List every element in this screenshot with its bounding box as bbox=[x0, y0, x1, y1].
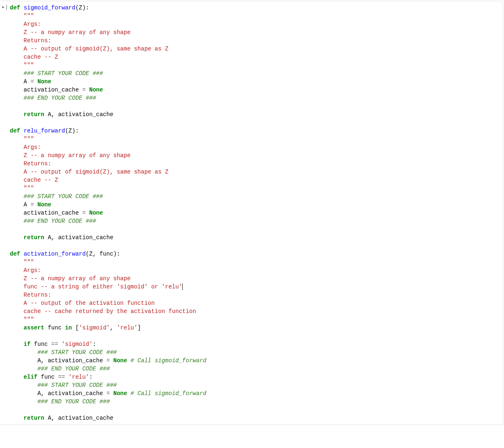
sp bbox=[34, 201, 37, 208]
keyword: def bbox=[10, 5, 20, 11]
code bbox=[58, 341, 62, 347]
comment: ### START YOUR CODE ### bbox=[10, 382, 117, 389]
docstring: Args: bbox=[10, 144, 41, 151]
code: A, activation_cache bbox=[44, 234, 113, 241]
op: = bbox=[106, 390, 110, 397]
keyword: elif bbox=[24, 374, 38, 380]
paren: (Z): bbox=[76, 5, 89, 11]
code: A, activation_cache bbox=[44, 415, 113, 421]
code: A bbox=[10, 78, 30, 85]
code: func bbox=[44, 325, 65, 331]
docstring: Args: bbox=[10, 21, 41, 27]
docstring: """ bbox=[10, 136, 34, 142]
keyword: assert bbox=[24, 325, 44, 331]
keyword: def bbox=[10, 251, 20, 257]
none: None bbox=[37, 78, 51, 85]
code-cell: ▸| def sigmoid_forward(Z): """ Args: Z -… bbox=[1, 1, 503, 425]
docstring: """ bbox=[10, 185, 34, 192]
code: activation_cache bbox=[10, 210, 82, 216]
docstring: Returns: bbox=[10, 37, 51, 44]
none: None bbox=[37, 201, 51, 208]
indent bbox=[10, 111, 24, 118]
code: func bbox=[37, 374, 58, 380]
docstring: Z -- a numpy array of any shape bbox=[10, 29, 131, 36]
op: == bbox=[51, 341, 58, 347]
code: , bbox=[110, 325, 117, 331]
indent bbox=[10, 374, 24, 380]
op: = bbox=[106, 357, 110, 364]
code: : bbox=[89, 374, 92, 380]
docstring: """ bbox=[10, 259, 34, 265]
indent bbox=[10, 234, 24, 241]
comment: ### START YOUR CODE ### bbox=[10, 349, 117, 356]
docstring: A -- output of the activation function bbox=[10, 300, 155, 306]
docstring: Returns: bbox=[10, 292, 51, 298]
sp bbox=[86, 87, 89, 93]
func-name: activation_forward bbox=[24, 251, 86, 257]
code: A, activation_cache bbox=[44, 111, 113, 118]
docstring: """ bbox=[10, 316, 34, 323]
keyword: return bbox=[24, 234, 44, 241]
none: None bbox=[113, 357, 127, 364]
keyword: return bbox=[24, 111, 44, 118]
comment: ### START YOUR CODE ### bbox=[10, 70, 103, 77]
docstring: Args: bbox=[10, 267, 41, 274]
run-button[interactable]: ▸| bbox=[1, 1, 9, 425]
docstring: """ bbox=[10, 13, 34, 19]
docstring: A -- output of sigmoid(Z), same shape as… bbox=[10, 169, 168, 175]
code: A, activation_cache bbox=[10, 357, 106, 364]
docstring: Z -- a numpy array of any shape bbox=[10, 152, 131, 159]
op: = bbox=[82, 87, 85, 93]
string: 'relu' bbox=[69, 374, 89, 380]
comment: ### START YOUR CODE ### bbox=[10, 193, 103, 200]
func-name: sigmoid_forward bbox=[24, 5, 76, 11]
docstring: """ bbox=[10, 62, 34, 69]
sp bbox=[86, 210, 89, 216]
docstring: cache -- cache returned by the activatio… bbox=[10, 308, 196, 315]
docstring: func -- a string of either 'sigmoid' or … bbox=[10, 283, 182, 290]
string: 'relu' bbox=[117, 325, 137, 331]
sp bbox=[34, 78, 37, 85]
comment: ### END YOUR CODE ### bbox=[10, 218, 96, 224]
op: = bbox=[30, 201, 34, 208]
docstring: cache -- Z bbox=[10, 177, 58, 183]
keyword: return bbox=[24, 415, 44, 421]
code: : bbox=[93, 341, 96, 347]
paren: (Z, func): bbox=[86, 251, 120, 257]
op: = bbox=[30, 78, 34, 85]
docstring: A -- output of sigmoid(Z), same shape as… bbox=[10, 46, 168, 52]
comment: ### END YOUR CODE ### bbox=[10, 398, 110, 405]
indent bbox=[10, 325, 24, 331]
string: 'sigmoid' bbox=[79, 325, 110, 331]
code: [ bbox=[72, 325, 79, 331]
keyword: def bbox=[10, 128, 20, 134]
sp bbox=[110, 390, 113, 397]
comment: # Call sigmoid_forward bbox=[131, 357, 206, 364]
none: None bbox=[113, 390, 127, 397]
op: == bbox=[58, 374, 65, 380]
comment: ### END YOUR CODE ### bbox=[10, 95, 96, 101]
sp bbox=[110, 357, 113, 364]
comment: ### END YOUR CODE ### bbox=[10, 366, 110, 372]
docstring: Returns: bbox=[10, 160, 51, 167]
docstring: cache -- Z bbox=[10, 54, 58, 60]
sp bbox=[127, 390, 131, 397]
indent bbox=[10, 341, 24, 347]
keyword: if bbox=[24, 341, 31, 347]
run-icon: ▸| bbox=[2, 4, 8, 425]
text-cursor bbox=[182, 283, 183, 290]
sp bbox=[127, 357, 131, 364]
paren: (Z): bbox=[65, 128, 79, 134]
func-name: relu_forward bbox=[24, 128, 65, 134]
docstring: Z -- a numpy array of any shape bbox=[10, 275, 131, 282]
code: func bbox=[30, 341, 51, 347]
none: None bbox=[89, 87, 103, 93]
code-editor[interactable]: def sigmoid_forward(Z): """ Args: Z -- a… bbox=[9, 1, 503, 425]
op: = bbox=[82, 210, 85, 216]
code: A, activation_cache bbox=[10, 390, 106, 397]
string: 'sigmoid' bbox=[62, 341, 93, 347]
keyword: in bbox=[65, 325, 72, 331]
indent bbox=[10, 415, 24, 421]
code: ] bbox=[137, 325, 141, 331]
code: A bbox=[10, 201, 30, 208]
